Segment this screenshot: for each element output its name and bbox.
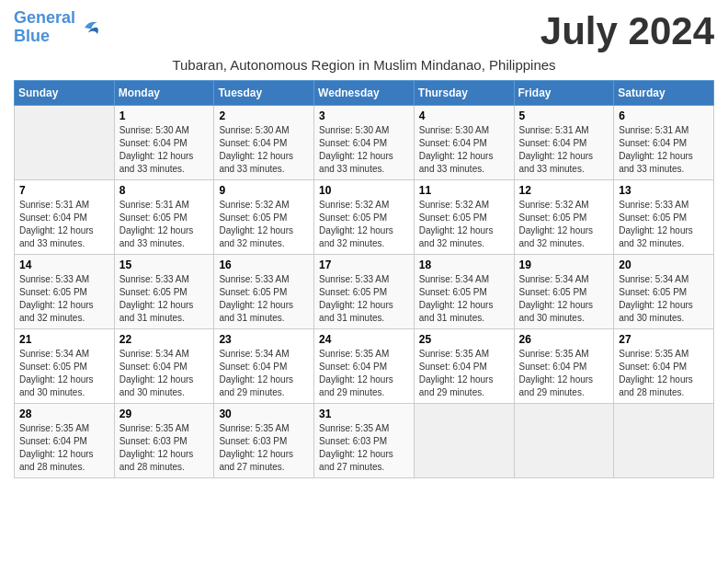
day-number: 17 — [319, 259, 409, 271]
header-cell-saturday: Saturday — [614, 81, 714, 106]
header-cell-monday: Monday — [114, 81, 214, 106]
day-number: 11 — [419, 184, 509, 197]
day-number: 5 — [519, 109, 609, 122]
day-number: 12 — [519, 184, 609, 197]
week-row-3: 14Sunrise: 5:33 AMSunset: 6:05 PMDayligh… — [15, 255, 714, 329]
day-cell: 31Sunrise: 5:35 AMSunset: 6:03 PMDayligh… — [314, 404, 415, 478]
day-info: Sunrise: 5:35 AMSunset: 6:04 PMDaylight:… — [319, 348, 409, 399]
day-cell: 8Sunrise: 5:31 AMSunset: 6:05 PMDaylight… — [114, 180, 214, 255]
day-cell: 17Sunrise: 5:33 AMSunset: 6:05 PMDayligh… — [314, 255, 415, 329]
calendar-body: 1Sunrise: 5:30 AMSunset: 6:04 PMDaylight… — [15, 106, 714, 478]
week-row-5: 28Sunrise: 5:35 AMSunset: 6:04 PMDayligh… — [15, 404, 714, 478]
logo-icon — [78, 15, 104, 40]
day-number: 14 — [19, 259, 109, 271]
day-info: Sunrise: 5:31 AMSunset: 6:04 PMDaylight:… — [519, 124, 609, 176]
day-number: 29 — [119, 408, 210, 420]
day-cell: 28Sunrise: 5:35 AMSunset: 6:04 PMDayligh… — [15, 404, 115, 478]
day-info: Sunrise: 5:30 AMSunset: 6:04 PMDaylight:… — [419, 124, 509, 176]
day-cell: 18Sunrise: 5:34 AMSunset: 6:05 PMDayligh… — [414, 255, 514, 329]
calendar-table: SundayMondayTuesdayWednesdayThursdayFrid… — [14, 80, 714, 478]
day-number: 26 — [519, 333, 609, 346]
day-cell — [614, 404, 714, 478]
location-title: Tubaran, Autonomous Region in Muslim Min… — [14, 57, 714, 73]
day-cell — [15, 106, 115, 180]
day-number: 18 — [419, 259, 509, 271]
day-info: Sunrise: 5:32 AMSunset: 6:05 PMDaylight:… — [419, 199, 509, 250]
header-cell-wednesday: Wednesday — [314, 81, 415, 106]
page-header: General Blue July 2024 — [14, 9, 714, 53]
day-info: Sunrise: 5:35 AMSunset: 6:04 PMDaylight:… — [19, 422, 109, 474]
day-info: Sunrise: 5:34 AMSunset: 6:05 PMDaylight:… — [419, 273, 509, 325]
day-number: 2 — [219, 109, 309, 122]
day-cell: 6Sunrise: 5:31 AMSunset: 6:04 PMDaylight… — [614, 106, 714, 180]
day-cell: 12Sunrise: 5:32 AMSunset: 6:05 PMDayligh… — [514, 180, 614, 255]
day-cell: 11Sunrise: 5:32 AMSunset: 6:05 PMDayligh… — [414, 180, 514, 255]
header-cell-friday: Friday — [514, 81, 614, 106]
day-number: 24 — [319, 333, 409, 346]
day-number: 6 — [619, 109, 709, 122]
day-cell: 24Sunrise: 5:35 AMSunset: 6:04 PMDayligh… — [314, 329, 415, 404]
day-cell: 5Sunrise: 5:31 AMSunset: 6:04 PMDaylight… — [514, 106, 614, 180]
logo-text: General Blue — [14, 9, 75, 46]
day-info: Sunrise: 5:35 AMSunset: 6:03 PMDaylight:… — [119, 422, 210, 474]
day-info: Sunrise: 5:35 AMSunset: 6:03 PMDaylight:… — [319, 422, 409, 474]
day-info: Sunrise: 5:32 AMSunset: 6:05 PMDaylight:… — [219, 199, 309, 250]
day-info: Sunrise: 5:31 AMSunset: 6:04 PMDaylight:… — [19, 199, 109, 250]
day-cell: 7Sunrise: 5:31 AMSunset: 6:04 PMDaylight… — [15, 180, 115, 255]
calendar-header: SundayMondayTuesdayWednesdayThursdayFrid… — [15, 81, 714, 106]
day-number: 16 — [219, 259, 309, 271]
day-cell: 15Sunrise: 5:33 AMSunset: 6:05 PMDayligh… — [114, 255, 214, 329]
day-info: Sunrise: 5:31 AMSunset: 6:04 PMDaylight:… — [619, 124, 709, 176]
day-number: 3 — [319, 109, 409, 122]
day-info: Sunrise: 5:33 AMSunset: 6:05 PMDaylight:… — [319, 273, 409, 325]
day-info: Sunrise: 5:34 AMSunset: 6:05 PMDaylight:… — [19, 348, 109, 399]
day-cell — [514, 404, 614, 478]
day-info: Sunrise: 5:30 AMSunset: 6:04 PMDaylight:… — [219, 124, 309, 176]
day-cell: 30Sunrise: 5:35 AMSunset: 6:03 PMDayligh… — [214, 404, 314, 478]
day-number: 22 — [119, 333, 210, 346]
day-cell: 22Sunrise: 5:34 AMSunset: 6:04 PMDayligh… — [114, 329, 214, 404]
day-number: 15 — [119, 259, 210, 271]
day-number: 30 — [219, 408, 309, 420]
day-cell: 3Sunrise: 5:30 AMSunset: 6:04 PMDaylight… — [314, 106, 415, 180]
logo: General Blue — [14, 9, 104, 46]
day-cell: 20Sunrise: 5:34 AMSunset: 6:05 PMDayligh… — [614, 255, 714, 329]
day-cell: 13Sunrise: 5:33 AMSunset: 6:05 PMDayligh… — [614, 180, 714, 255]
day-info: Sunrise: 5:34 AMSunset: 6:04 PMDaylight:… — [219, 348, 309, 399]
day-cell: 19Sunrise: 5:34 AMSunset: 6:05 PMDayligh… — [514, 255, 614, 329]
day-info: Sunrise: 5:33 AMSunset: 6:05 PMDaylight:… — [219, 273, 309, 325]
header-cell-tuesday: Tuesday — [214, 81, 314, 106]
day-number: 21 — [19, 333, 109, 346]
day-cell: 16Sunrise: 5:33 AMSunset: 6:05 PMDayligh… — [214, 255, 314, 329]
day-number: 9 — [219, 184, 309, 197]
day-info: Sunrise: 5:31 AMSunset: 6:05 PMDaylight:… — [119, 199, 210, 250]
header-cell-thursday: Thursday — [414, 81, 514, 106]
day-info: Sunrise: 5:30 AMSunset: 6:04 PMDaylight:… — [319, 124, 409, 176]
day-cell — [414, 404, 514, 478]
day-cell: 29Sunrise: 5:35 AMSunset: 6:03 PMDayligh… — [114, 404, 214, 478]
week-row-2: 7Sunrise: 5:31 AMSunset: 6:04 PMDaylight… — [15, 180, 714, 255]
day-cell: 25Sunrise: 5:35 AMSunset: 6:04 PMDayligh… — [414, 329, 514, 404]
day-number: 13 — [619, 184, 709, 197]
day-cell: 4Sunrise: 5:30 AMSunset: 6:04 PMDaylight… — [414, 106, 514, 180]
day-cell: 23Sunrise: 5:34 AMSunset: 6:04 PMDayligh… — [214, 329, 314, 404]
day-number: 27 — [619, 333, 709, 346]
day-number: 8 — [119, 184, 210, 197]
day-info: Sunrise: 5:35 AMSunset: 6:04 PMDaylight:… — [419, 348, 509, 399]
header-cell-sunday: Sunday — [15, 81, 115, 106]
day-cell: 26Sunrise: 5:35 AMSunset: 6:04 PMDayligh… — [514, 329, 614, 404]
day-cell: 27Sunrise: 5:35 AMSunset: 6:04 PMDayligh… — [614, 329, 714, 404]
day-cell: 9Sunrise: 5:32 AMSunset: 6:05 PMDaylight… — [214, 180, 314, 255]
week-row-1: 1Sunrise: 5:30 AMSunset: 6:04 PMDaylight… — [15, 106, 714, 180]
day-number: 7 — [19, 184, 109, 197]
day-number: 1 — [119, 109, 210, 122]
day-cell: 14Sunrise: 5:33 AMSunset: 6:05 PMDayligh… — [15, 255, 115, 329]
header-row: SundayMondayTuesdayWednesdayThursdayFrid… — [15, 81, 714, 106]
day-info: Sunrise: 5:34 AMSunset: 6:05 PMDaylight:… — [519, 273, 609, 325]
day-cell: 21Sunrise: 5:34 AMSunset: 6:05 PMDayligh… — [15, 329, 115, 404]
day-info: Sunrise: 5:34 AMSunset: 6:05 PMDaylight:… — [619, 273, 709, 325]
day-number: 20 — [619, 259, 709, 271]
day-number: 19 — [519, 259, 609, 271]
day-info: Sunrise: 5:32 AMSunset: 6:05 PMDaylight:… — [319, 199, 409, 250]
logo-general: General — [14, 8, 75, 27]
